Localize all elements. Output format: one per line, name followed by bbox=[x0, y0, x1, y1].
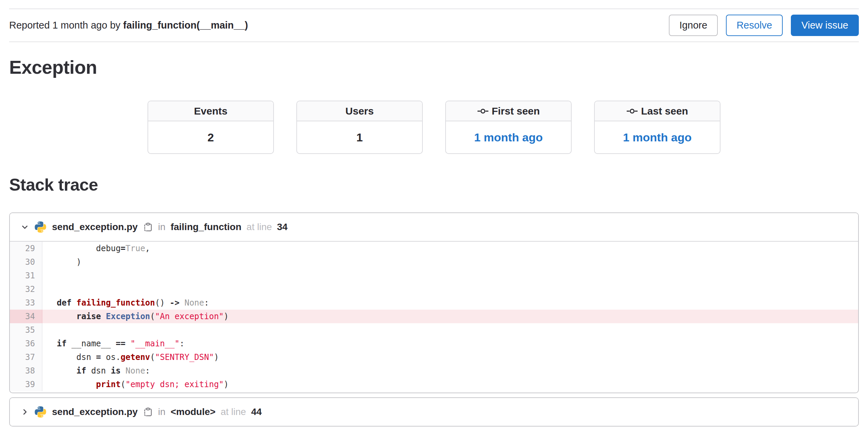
code-content bbox=[42, 269, 858, 282]
code-line-36: 36if __name__ == "__main__": bbox=[10, 337, 858, 350]
line-number: 30 bbox=[10, 255, 42, 269]
code-content: ) bbox=[42, 255, 858, 269]
line-number: 35 bbox=[10, 323, 42, 337]
code-line-32: 32 bbox=[10, 282, 858, 296]
code-content bbox=[42, 282, 858, 296]
code-line-31: 31 bbox=[10, 269, 858, 282]
code-line-37: 37 dsn = os.getenv("SENTRY_DSN") bbox=[10, 350, 858, 364]
error-detail-page: Reported 1 month ago by failing_function… bbox=[0, 8, 868, 427]
stat-card-users-header: Users bbox=[297, 101, 422, 121]
stat-card-users: Users 1 bbox=[296, 101, 423, 154]
commit-icon bbox=[477, 107, 489, 115]
chevron-down-icon[interactable] bbox=[20, 223, 30, 231]
code-content: print("empty dsn; exiting") bbox=[42, 378, 858, 391]
code-content: debug=True, bbox=[42, 242, 858, 255]
copy-to-clipboard-icon[interactable] bbox=[143, 407, 153, 417]
stats-row: Events 2 Users 1 First seen 1 month ago bbox=[9, 101, 859, 154]
code-content bbox=[42, 323, 858, 337]
commit-icon bbox=[626, 107, 638, 115]
exception-heading: Exception bbox=[9, 56, 859, 78]
reporter-name: failing_function(__main__) bbox=[123, 20, 248, 31]
line-number: 29 bbox=[10, 242, 42, 255]
code-content: def failing_function() -> None: bbox=[42, 296, 858, 310]
line-number: 36 bbox=[10, 337, 42, 350]
events-count: 2 bbox=[148, 121, 273, 153]
view-issue-button[interactable]: View issue bbox=[791, 15, 859, 36]
code-line-34: 34 raise Exception("An exception") bbox=[10, 310, 858, 323]
ignore-button[interactable]: Ignore bbox=[669, 15, 718, 36]
frame-context: <module> bbox=[171, 406, 215, 417]
code-line-38: 38 if dsn is None: bbox=[10, 364, 858, 378]
line-number: 37 bbox=[10, 350, 42, 364]
code-line-33: 33def failing_function() -> None: bbox=[10, 296, 858, 310]
line-number: 39 bbox=[10, 378, 42, 391]
code-line-30: 30 ) bbox=[10, 255, 858, 269]
stat-card-events: Events 2 bbox=[147, 101, 274, 154]
stat-card-events-header: Events bbox=[148, 101, 273, 121]
stat-card-users-label: Users bbox=[345, 105, 374, 117]
first-seen-link[interactable]: 1 month ago bbox=[446, 121, 571, 153]
frame-line-number: 44 bbox=[251, 406, 262, 417]
code-line-35: 35 bbox=[10, 323, 858, 337]
header-divider bbox=[9, 41, 859, 42]
frame-line-number: 34 bbox=[277, 222, 288, 232]
copy-to-clipboard-icon[interactable] bbox=[143, 222, 153, 232]
stack-trace-heading: Stack trace bbox=[9, 175, 859, 195]
frame-at-line-label: at line bbox=[246, 222, 272, 232]
stat-card-events-label: Events bbox=[194, 105, 227, 117]
resolve-button[interactable]: Resolve bbox=[726, 15, 783, 36]
line-number: 31 bbox=[10, 269, 42, 282]
stack-frame-2-header[interactable]: send_exception.py in <module> at line 44 bbox=[10, 398, 858, 426]
stack-frame-1: send_exception.py in failing_function at… bbox=[9, 212, 859, 393]
chevron-right-icon[interactable] bbox=[20, 408, 30, 416]
frame-at-line-label: at line bbox=[221, 406, 246, 417]
frame-in-label: in bbox=[158, 406, 166, 417]
line-number: 33 bbox=[10, 296, 42, 310]
stat-card-last-seen-label: Last seen bbox=[641, 105, 688, 117]
users-count: 1 bbox=[297, 121, 422, 153]
python-icon bbox=[35, 221, 46, 233]
code-content: if __name__ == "__main__": bbox=[42, 337, 858, 350]
python-icon bbox=[35, 406, 46, 418]
reported-prefix: Reported 1 month ago by bbox=[9, 20, 120, 31]
code-content: if dsn is None: bbox=[42, 364, 858, 378]
stat-card-last-seen: Last seen 1 month ago bbox=[594, 101, 721, 154]
frame-in-label: in bbox=[158, 222, 166, 232]
issue-header-bar: Reported 1 month ago by failing_function… bbox=[9, 9, 859, 41]
line-number: 34 bbox=[10, 310, 42, 323]
stat-card-first-seen-header: First seen bbox=[446, 101, 571, 121]
frame-file-name: send_exception.py bbox=[52, 222, 138, 232]
frame-context: failing_function bbox=[171, 222, 241, 232]
code-block: 29 debug=True,30 )313233def failing_func… bbox=[10, 241, 858, 393]
line-number: 38 bbox=[10, 364, 42, 378]
last-seen-link[interactable]: 1 month ago bbox=[595, 121, 720, 153]
stat-card-last-seen-header: Last seen bbox=[595, 101, 720, 121]
code-line-29: 29 debug=True, bbox=[10, 242, 858, 255]
reported-text: Reported 1 month ago by failing_function… bbox=[9, 20, 248, 31]
frame-file-name: send_exception.py bbox=[52, 406, 138, 417]
code-line-39: 39 print("empty dsn; exiting") bbox=[10, 378, 858, 391]
stat-card-first-seen-label: First seen bbox=[492, 105, 540, 117]
stack-frame-2: send_exception.py in <module> at line 44 bbox=[9, 397, 859, 427]
stack-frame-1-header[interactable]: send_exception.py in failing_function at… bbox=[10, 213, 858, 241]
action-buttons: Ignore Resolve View issue bbox=[669, 15, 859, 36]
code-content: raise Exception("An exception") bbox=[42, 310, 858, 323]
stat-card-first-seen: First seen 1 month ago bbox=[445, 101, 572, 154]
line-number: 32 bbox=[10, 282, 42, 296]
code-content: dsn = os.getenv("SENTRY_DSN") bbox=[42, 350, 858, 364]
